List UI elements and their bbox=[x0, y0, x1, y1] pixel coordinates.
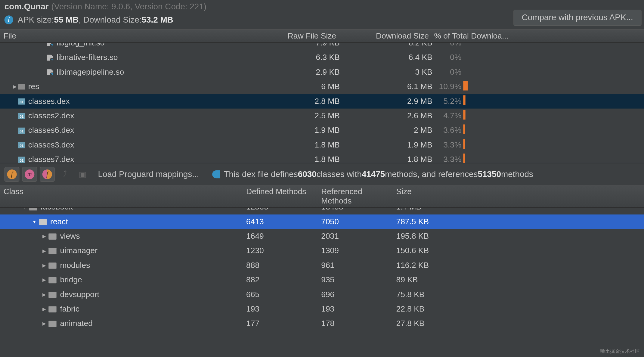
percent-bar bbox=[463, 52, 644, 64]
file-row[interactable]: classes3.dex1.8 MB1.9 MB3.3% bbox=[0, 138, 644, 152]
col-download-size[interactable]: Download Size bbox=[340, 29, 432, 42]
file-row[interactable]: libnative-filters.so6.3 KB6.4 KB0% bbox=[0, 50, 644, 65]
class-size: 22.8 KB bbox=[393, 305, 644, 314]
class-name: bridge bbox=[60, 275, 82, 285]
class-size: 89 KB bbox=[393, 275, 644, 285]
class-row[interactable]: bridge88293589 KB bbox=[0, 273, 644, 287]
file-row[interactable]: ▶res6 MB6.1 MB10.9% bbox=[0, 79, 644, 94]
apk-size-value: 55 MB bbox=[54, 15, 79, 25]
download-size: 3 KB bbox=[340, 67, 432, 77]
package-icon bbox=[48, 291, 56, 298]
raw-size: 7.9 KB bbox=[278, 43, 340, 48]
file-row[interactable]: classes.dex2.8 MB2.9 MB5.2% bbox=[0, 94, 644, 108]
col-file[interactable]: File bbox=[0, 29, 278, 42]
filter-methods-button[interactable]: m bbox=[22, 166, 37, 182]
class-row[interactable]: facebook12536134581.4 MB bbox=[0, 208, 644, 214]
download-size: 6.4 KB bbox=[340, 53, 432, 62]
class-name: uimanager bbox=[60, 246, 98, 256]
file-name: libglog_init.so bbox=[57, 43, 105, 48]
expand-icon[interactable] bbox=[42, 263, 47, 268]
download-size: 8.2 KB bbox=[340, 43, 432, 48]
expand-icon[interactable] bbox=[42, 234, 47, 239]
file-name: res bbox=[28, 82, 39, 92]
dex-toolbar: f m f ⤴ ▣ Load Proguard mappings... This… bbox=[0, 163, 644, 185]
col-defined[interactable]: Defined Methods bbox=[243, 185, 317, 207]
class-list[interactable]: facebook12536134581.4 MBreact64137050787… bbox=[0, 208, 644, 331]
dl-size-label: , Download Size: bbox=[79, 15, 141, 25]
lib-icon bbox=[46, 43, 54, 46]
percent-bar bbox=[463, 124, 644, 136]
class-row[interactable]: devsupport66569675.8 KB bbox=[0, 287, 644, 302]
package-icon bbox=[29, 208, 37, 210]
filter-mixed-button[interactable]: f bbox=[40, 166, 55, 182]
class-name: modules bbox=[60, 261, 90, 270]
dex-icon bbox=[18, 141, 26, 148]
load-proguard-button[interactable]: Load Proguard mappings... bbox=[98, 169, 199, 179]
col-class[interactable]: Class bbox=[0, 185, 243, 207]
referenced-methods: 1309 bbox=[318, 246, 393, 256]
defined-methods: 1230 bbox=[243, 246, 317, 256]
percent-bar bbox=[463, 43, 644, 49]
class-row[interactable]: animated17717827.8 KB bbox=[0, 316, 644, 331]
dex-info-text: This dex file defines 6030 classes with … bbox=[212, 169, 533, 179]
nav-up-icon[interactable]: ⤴ bbox=[57, 166, 73, 182]
class-row[interactable]: react64137050787.5 KB bbox=[0, 214, 644, 229]
percent: 0% bbox=[432, 53, 463, 62]
col-percent[interactable]: % of Total Downloa... bbox=[432, 29, 644, 42]
defined-methods: 12536 bbox=[243, 208, 317, 212]
class-row[interactable]: views16492031195.8 KB bbox=[0, 229, 644, 244]
col-raw-size[interactable]: Raw File Size bbox=[278, 29, 340, 42]
file-row[interactable]: classes7.dex1.8 MB1.8 MB3.3% bbox=[0, 152, 644, 163]
raw-size: 6.3 KB bbox=[278, 53, 340, 62]
class-name: react bbox=[50, 217, 68, 226]
percent: 3.6% bbox=[432, 126, 463, 135]
dex-icon bbox=[18, 112, 26, 119]
class-name: views bbox=[60, 232, 80, 241]
class-row[interactable]: fabric19319322.8 KB bbox=[0, 302, 644, 316]
raw-size: 6 MB bbox=[278, 82, 340, 92]
file-row[interactable]: classes6.dex1.9 MB2 MB3.6% bbox=[0, 123, 644, 138]
expand-icon[interactable] bbox=[42, 307, 47, 312]
defined-methods: 882 bbox=[243, 275, 317, 285]
file-list[interactable]: libglog_init.so7.9 KB8.2 KB0%libnative-f… bbox=[0, 43, 644, 163]
expand-icon[interactable] bbox=[22, 208, 27, 210]
referenced-methods: 13458 bbox=[318, 208, 393, 212]
folder-nav-icon[interactable]: ▣ bbox=[75, 166, 90, 182]
filter-fields-button[interactable]: f bbox=[5, 166, 20, 182]
folder-icon bbox=[18, 83, 26, 90]
expand-icon[interactable]: ▶ bbox=[11, 84, 18, 90]
defined-methods: 1649 bbox=[243, 232, 317, 241]
raw-size: 2.8 MB bbox=[278, 97, 340, 106]
class-row[interactable]: modules888961116.2 KB bbox=[0, 258, 644, 273]
expand-icon[interactable] bbox=[42, 248, 47, 253]
download-size: 6.1 MB bbox=[340, 82, 432, 92]
referenced-methods: 961 bbox=[318, 261, 393, 270]
dex-class-count: 6030 bbox=[298, 169, 317, 179]
col-referenced[interactable]: Referenced Methods bbox=[318, 185, 393, 207]
raw-size: 1.8 MB bbox=[278, 155, 340, 163]
class-name: facebook bbox=[41, 208, 73, 212]
expand-icon[interactable] bbox=[32, 219, 37, 224]
class-row[interactable]: uimanager12301309150.6 KB bbox=[0, 244, 644, 258]
referenced-methods: 7050 bbox=[318, 217, 393, 226]
dex-half-icon bbox=[212, 170, 220, 178]
file-row[interactable]: libglog_init.so7.9 KB8.2 KB0% bbox=[0, 43, 644, 50]
expand-icon[interactable] bbox=[42, 321, 47, 326]
file-row[interactable]: classes2.dex2.5 MB2.6 MB4.7% bbox=[0, 109, 644, 123]
expand-icon[interactable] bbox=[42, 292, 47, 297]
percent: 3.3% bbox=[432, 140, 463, 150]
dex-ref-count: 51350 bbox=[478, 169, 501, 179]
class-size: 1.4 MB bbox=[393, 208, 644, 212]
file-name: classes3.dex bbox=[28, 140, 74, 150]
download-size: 1.9 MB bbox=[340, 140, 432, 150]
download-size: 2 MB bbox=[340, 126, 432, 135]
percent-bar bbox=[463, 81, 644, 93]
file-row[interactable]: libimagepipeline.so2.9 KB3 KB0% bbox=[0, 65, 644, 79]
referenced-methods: 2031 bbox=[318, 232, 393, 241]
compare-apk-button[interactable]: Compare with previous APK... bbox=[513, 10, 642, 26]
lib-icon bbox=[46, 54, 54, 61]
col-size[interactable]: Size bbox=[393, 185, 644, 207]
file-name: classes7.dex bbox=[28, 155, 74, 163]
expand-icon[interactable] bbox=[42, 278, 47, 282]
class-size: 150.6 KB bbox=[393, 246, 644, 256]
